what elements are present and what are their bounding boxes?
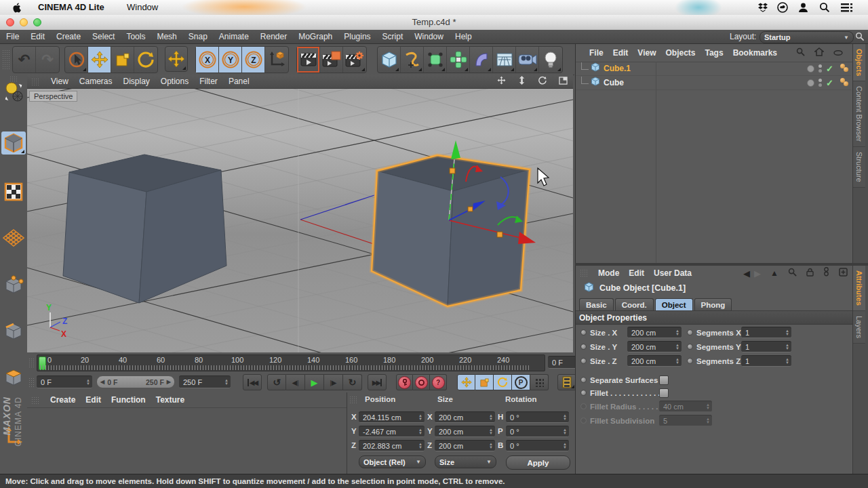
material-menu-edit[interactable]: Edit <box>85 395 101 405</box>
stepper-icon[interactable]: ▲▼ <box>785 329 789 336</box>
viewport-menu-display[interactable]: Display <box>123 77 149 86</box>
prev-frame-button[interactable]: ◀| <box>286 374 305 390</box>
stepper-icon[interactable]: ▲▼ <box>418 428 422 435</box>
rotation-b-field[interactable]: 0 °▲▼ <box>506 440 569 451</box>
om-menu-bookmarks[interactable]: Bookmarks <box>733 48 777 58</box>
polygons-mode-button[interactable] <box>1 366 26 389</box>
frame-spinner[interactable]: 0 F ▲▼ <box>37 375 92 388</box>
object-name[interactable]: Cube.1 <box>604 64 807 73</box>
material-grip[interactable] <box>31 396 40 404</box>
mograph-cloner-button[interactable] <box>447 47 470 73</box>
fillet-checkbox[interactable] <box>659 388 669 398</box>
redo-button[interactable]: ↷ <box>36 47 59 73</box>
viewport-menu-panel[interactable]: Panel <box>229 77 250 86</box>
ruler-track[interactable]: 0 20 40 60 80 100 120 140 160 180 200 22… <box>37 354 545 371</box>
am-menu-edit[interactable]: Edit <box>629 268 644 278</box>
add-light-button[interactable] <box>539 47 562 73</box>
stepper-icon[interactable]: ▲▼ <box>489 428 493 435</box>
key-rotation-toggle[interactable] <box>494 374 512 390</box>
am-menu-mode[interactable]: Mode <box>598 268 619 278</box>
anim-dot-icon[interactable] <box>580 358 587 364</box>
object-row-cube[interactable]: Cube ✓ <box>576 76 851 90</box>
keyframe-options-button[interactable]: ? <box>430 374 447 390</box>
coordinate-system-button[interactable] <box>265 47 288 73</box>
texture-mode-button[interactable] <box>1 180 26 203</box>
stepper-icon[interactable]: ▲▼ <box>418 443 422 449</box>
dropbox-icon[interactable] <box>757 2 768 16</box>
menu-render[interactable]: Render <box>260 32 287 41</box>
last-tool-button[interactable] <box>165 46 188 72</box>
y-axis-lock-button[interactable]: Y <box>219 47 242 73</box>
phong-tag-icon[interactable] <box>840 78 851 87</box>
end-frame-spinner[interactable]: 250 F ▲▼ <box>179 375 231 388</box>
apply-button[interactable]: Apply <box>506 455 570 470</box>
anim-dot-icon[interactable] <box>580 390 587 396</box>
menu-plugins[interactable]: Plugins <box>344 32 370 41</box>
material-menu-create[interactable]: Create <box>50 395 75 405</box>
editor-render-dots-icon[interactable] <box>818 64 822 73</box>
viewport-rotate-icon[interactable] <box>538 75 547 87</box>
side-tab-layers[interactable]: Layers <box>853 311 865 344</box>
object-row-cube1[interactable]: Cube.1 ✓ <box>576 62 851 76</box>
side-tab-structure[interactable]: Structure <box>853 147 865 188</box>
gizmo-y-handle[interactable] <box>450 168 455 174</box>
om-menu-tags[interactable]: Tags <box>705 48 724 58</box>
phong-tag-icon[interactable] <box>840 64 851 73</box>
object-properties-header[interactable]: Object Properties <box>576 310 868 325</box>
stepper-icon[interactable]: ▲▼ <box>489 443 493 449</box>
scale-tool[interactable] <box>111 47 134 73</box>
material-menu-function[interactable]: Function <box>111 395 146 405</box>
cube-object-icon[interactable] <box>591 62 600 75</box>
layout-dropdown[interactable]: Startup ▼ <box>760 31 854 43</box>
palette-grip[interactable] <box>9 76 18 81</box>
am-forward-icon[interactable]: ▶ <box>754 268 761 279</box>
key-scale-toggle[interactable] <box>475 374 494 390</box>
layout-search-icon[interactable] <box>855 32 865 44</box>
separate-surfaces-checkbox[interactable] <box>659 375 669 385</box>
goto-start-button[interactable]: ◀◀ <box>243 374 262 390</box>
viewport-menu-cameras[interactable]: Cameras <box>79 77 113 86</box>
next-frame-button[interactable]: |▶ <box>324 374 343 390</box>
close-window-button[interactable] <box>6 18 14 26</box>
key-parameter-toggle[interactable]: P <box>512 374 530 390</box>
stepper-icon[interactable]: ▲▼ <box>675 344 679 350</box>
viewport-canvas[interactable]: Y Z X <box>27 89 573 352</box>
gizmo-z-handle[interactable] <box>468 207 473 211</box>
segments-z-input[interactable]: 1▲▼ <box>741 355 791 367</box>
menu-file[interactable]: File <box>6 32 19 41</box>
render-view-button[interactable] <box>297 47 320 73</box>
side-tab-content-browser[interactable]: Content Browser <box>853 81 865 147</box>
make-editable-button[interactable] <box>1 81 26 104</box>
tab-coord[interactable]: Coord. <box>615 298 654 310</box>
menu-help[interactable]: Help <box>455 32 472 41</box>
am-add-panel-icon[interactable] <box>839 267 848 279</box>
om-home-icon[interactable] <box>814 47 824 59</box>
transport-grip[interactable] <box>28 378 35 387</box>
anim-dot-icon[interactable] <box>687 329 693 336</box>
coords-mode-dropdown[interactable]: Object (Rel)▼ <box>359 455 426 468</box>
om-eye-icon[interactable] <box>833 47 843 59</box>
spotlight-search-icon[interactable] <box>819 2 830 16</box>
z-axis-lock-button[interactable]: Z <box>242 47 265 73</box>
side-tab-objects[interactable]: Objects <box>853 44 865 81</box>
x-axis-lock-button[interactable]: X <box>196 47 219 73</box>
model-mode-button[interactable] <box>1 131 26 155</box>
record-keyframe-button[interactable] <box>396 374 413 390</box>
rotation-h-field[interactable]: 0 °▲▼ <box>506 411 569 423</box>
stepper-icon[interactable]: ▲▼ <box>563 443 567 449</box>
segments-y-input[interactable]: 1▲▼ <box>741 341 791 352</box>
coords-grip[interactable] <box>349 396 358 403</box>
viewport-menu-options[interactable]: Options <box>161 77 189 86</box>
menu-script[interactable]: Script <box>382 32 403 41</box>
add-environment-button[interactable] <box>493 47 516 73</box>
creative-cloud-icon[interactable] <box>777 2 788 16</box>
minimize-window-button[interactable] <box>20 18 28 26</box>
menu-edit[interactable]: Edit <box>31 32 45 41</box>
menu-animate[interactable]: Animate <box>219 32 249 41</box>
anim-dot-icon[interactable] <box>687 344 693 350</box>
size-z-input[interactable]: 200 cm▲▼ <box>627 355 682 367</box>
points-mode-button[interactable] <box>1 274 26 297</box>
am-back-icon[interactable]: ◀ <box>743 268 750 279</box>
size-y-input[interactable]: 200 cm▲▼ <box>627 341 682 352</box>
am-search-icon[interactable] <box>788 267 797 279</box>
